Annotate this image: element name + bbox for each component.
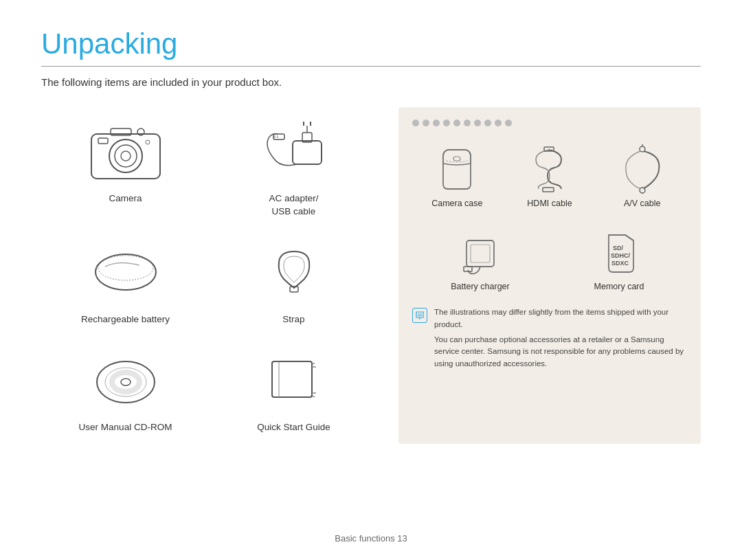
strap-icon (249, 238, 339, 306)
ac-adapter-label: AC adapter/USB cable (269, 192, 318, 219)
svg-point-1 (109, 139, 142, 172)
dot-5 (453, 120, 460, 126)
note-icon (412, 308, 427, 323)
dot-4 (443, 120, 450, 126)
note-text: The illustrations may differ slightly fr… (434, 306, 687, 370)
battery-icon (81, 238, 170, 306)
dot-9 (495, 120, 502, 126)
optional-dots (412, 120, 687, 126)
item-quickguide: Quick Start Guide (210, 336, 378, 444)
strap-label: Strap (282, 313, 304, 326)
memory-card-label: Memory card (594, 282, 644, 291)
svg-rect-37 (471, 245, 490, 262)
battery-label: Rechargeable battery (81, 313, 170, 326)
battery-charger-label: Battery charger (451, 282, 509, 291)
opt-memory-card: SD/ SDHC/ SDXC Memory card (551, 221, 687, 297)
dot-10 (505, 120, 512, 126)
item-camera: Camera (41, 107, 210, 228)
optional-grid-top: Camera case HDMI cable (412, 137, 687, 214)
items-grid: Camera (41, 107, 378, 444)
note-line2: You can purchase optional accessories at… (434, 334, 687, 370)
svg-rect-8 (293, 141, 322, 164)
subtitle: The following items are included in your… (41, 76, 701, 88)
opt-av-cable: A/V cable (597, 137, 687, 214)
footer: Basic functions 13 (0, 533, 742, 544)
main-layout: Camera (41, 107, 701, 444)
svg-point-7 (146, 140, 150, 144)
ac-adapter-icon (249, 117, 339, 186)
dot-1 (412, 120, 419, 126)
note-line1: The illustrations may differ slightly fr… (434, 306, 687, 331)
item-ac-adapter: AC adapter/USB cable (210, 107, 378, 228)
svg-rect-29 (453, 157, 460, 161)
svg-point-21 (121, 379, 131, 385)
opt-hdmi-cable: HDMI cable (505, 137, 595, 214)
optional-grid-bottom: Battery charger SD/ SDHC/ SDXC (412, 221, 687, 297)
av-cable-icon (611, 143, 673, 194)
opt-battery-charger: Battery charger (412, 221, 548, 297)
camera-icon (81, 117, 170, 186)
svg-point-3 (121, 151, 131, 161)
dot-3 (433, 120, 440, 126)
svg-line-39 (625, 235, 633, 240)
svg-point-34 (640, 188, 645, 193)
svg-point-22 (112, 372, 139, 392)
svg-rect-4 (98, 138, 108, 144)
cdrom-label: User Manual CD-ROM (79, 421, 172, 434)
svg-rect-31 (543, 188, 554, 192)
av-cable-label: A/V cable (624, 199, 661, 208)
cdrom-icon (81, 346, 170, 414)
included-items-section: Camera (41, 107, 378, 444)
dot-7 (474, 120, 481, 126)
title-divider (41, 66, 701, 67)
battery-charger-icon (449, 226, 511, 278)
svg-text:SDHC/: SDHC/ (611, 252, 631, 259)
dot-6 (464, 120, 471, 126)
svg-text:SD/: SD/ (613, 245, 624, 251)
page-title: Unpacking (41, 27, 701, 60)
svg-point-17 (98, 256, 153, 280)
item-strap: Strap (210, 228, 378, 336)
dot-2 (423, 120, 429, 126)
svg-rect-23 (272, 361, 312, 397)
opt-camera-case: Camera case (412, 137, 502, 214)
camera-case-icon (426, 143, 488, 194)
camera-label: Camera (109, 192, 142, 205)
svg-point-2 (115, 145, 137, 167)
note-box: The illustrations may differ slightly fr… (412, 306, 687, 370)
hdmi-cable-label: HDMI cable (527, 199, 572, 208)
page: Unpacking The following items are includ… (0, 0, 742, 560)
optional-items-section: Camera case HDMI cable (398, 107, 701, 444)
memory-card-icon: SD/ SDHC/ SDXC (588, 226, 650, 278)
quickguide-label: Quick Start Guide (257, 421, 330, 434)
svg-point-16 (95, 254, 156, 290)
quickguide-icon (249, 346, 339, 414)
hdmi-cable-icon (519, 143, 581, 194)
svg-text:SDXC: SDXC (611, 260, 629, 267)
item-battery: Rechargeable battery (41, 228, 210, 336)
svg-point-32 (640, 146, 645, 152)
camera-case-label: Camera case (431, 199, 482, 208)
dot-8 (484, 120, 491, 126)
item-cdrom: User Manual CD-ROM (41, 336, 210, 444)
